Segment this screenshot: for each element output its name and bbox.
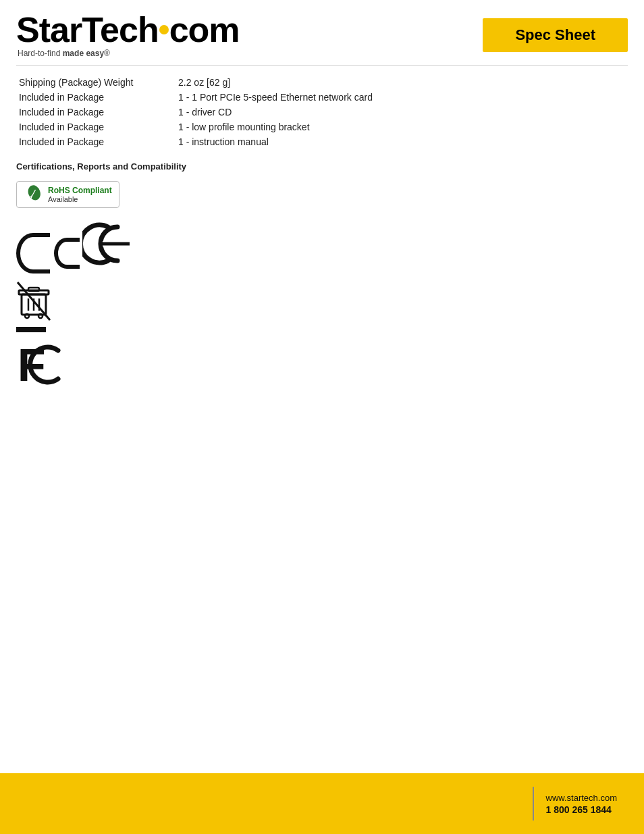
certifications-section: Certifications, Reports and Compatibilit… bbox=[0, 149, 644, 390]
certifications-title: Certifications, Reports and Compatibilit… bbox=[16, 161, 628, 172]
table-row: Included in Package1 - driver CD bbox=[16, 105, 628, 120]
logo-dot bbox=[159, 25, 169, 34]
spec-value: 1 - driver CD bbox=[165, 105, 628, 120]
svg-point-10 bbox=[38, 314, 43, 318]
rohs-text: RoHS Compliant Available bbox=[48, 186, 112, 203]
logo: StarTechcom bbox=[16, 12, 240, 47]
spec-value: 2.2 oz [62 g] bbox=[165, 75, 628, 90]
spec-value: 1 - 1 Port PCIe 5-speed Ethernet network… bbox=[165, 90, 628, 105]
spec-label: Included in Package bbox=[16, 90, 165, 105]
footer-contact: www.startech.com 1 800 265 1844 bbox=[546, 793, 617, 815]
ce-mark bbox=[16, 220, 628, 276]
rohs-badge: RoHS Compliant Available bbox=[16, 181, 119, 208]
table-row: Included in Package1 - instruction manua… bbox=[16, 134, 628, 149]
table-row: Included in Package1 - 1 Port PCIe 5-spe… bbox=[16, 90, 628, 105]
svg-point-0 bbox=[26, 185, 43, 202]
spec-label: Included in Package bbox=[16, 120, 165, 134]
footer-divider bbox=[533, 787, 534, 820]
footer: www.startech.com 1 800 265 1844 bbox=[0, 773, 644, 834]
weee-icon bbox=[16, 281, 51, 321]
rohs-leaf-icon bbox=[24, 185, 43, 204]
footer-phone: 1 800 265 1844 bbox=[546, 804, 617, 815]
rohs-sub: Available bbox=[48, 195, 112, 203]
spec-label: Included in Package bbox=[16, 105, 165, 120]
logo-tagline: Hard-to-find made easy® bbox=[18, 49, 240, 58]
spec-label: Included in Package bbox=[16, 134, 165, 149]
page-header: StarTechcom Hard-to-find made easy® Spec… bbox=[0, 0, 644, 58]
table-row: Shipping (Package) Weight2.2 oz [62 g] bbox=[16, 75, 628, 90]
table-row: Included in Package1 - low profile mount… bbox=[16, 120, 628, 134]
specs-table: Shipping (Package) Weight2.2 oz [62 g]In… bbox=[16, 75, 628, 149]
footer-website: www.startech.com bbox=[546, 793, 617, 803]
spec-label: Shipping (Package) Weight bbox=[16, 75, 165, 90]
specs-section: Shipping (Package) Weight2.2 oz [62 g]In… bbox=[0, 66, 644, 149]
ce-svg bbox=[82, 220, 143, 267]
fc-mark: F bbox=[16, 340, 70, 388]
svg-point-9 bbox=[25, 314, 29, 318]
spec-value: 1 - low profile mounting bracket bbox=[165, 120, 628, 134]
rohs-title: RoHS Compliant bbox=[48, 186, 112, 195]
spec-value: 1 - instruction manual bbox=[165, 134, 628, 149]
logo-area: StarTechcom Hard-to-find made easy® bbox=[16, 12, 240, 58]
class-ii-bar bbox=[16, 327, 46, 332]
spec-sheet-badge: Spec Sheet bbox=[483, 18, 628, 52]
